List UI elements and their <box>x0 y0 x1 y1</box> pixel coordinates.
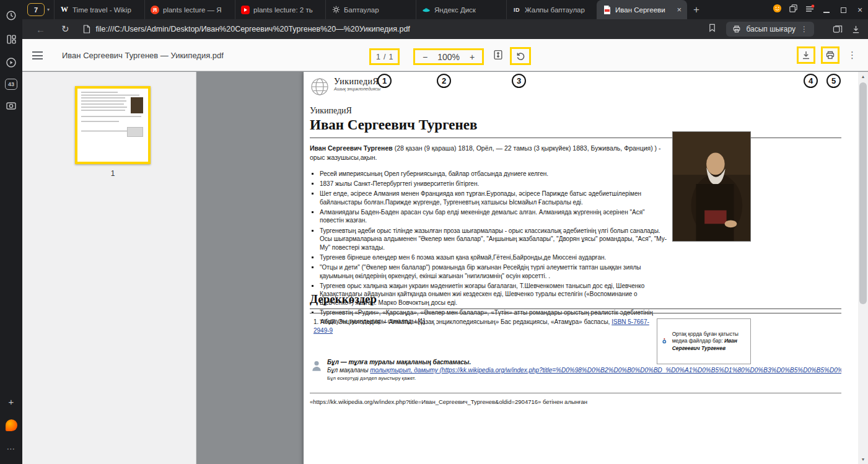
page-indicator-highlighted[interactable]: 1 / 1 <box>369 48 400 65</box>
wikipedia-icon: W <box>60 6 69 14</box>
thumbnail-page-number: 1 <box>75 169 151 178</box>
rotate-icon-highlighted[interactable] <box>510 47 531 65</box>
badge-value: 43 <box>8 81 14 87</box>
site-name-line: УикипедиЯ <box>310 106 352 116</box>
page-current[interactable]: 1 <box>376 53 380 61</box>
thumbnail-image-block <box>131 97 143 113</box>
tab-settings[interactable]: Баптаулар <box>325 0 416 19</box>
back-icon[interactable]: ← <box>36 24 45 35</box>
bookmark-flag-icon[interactable] <box>708 24 716 35</box>
article-bullet: Тургенев бірнеше өлеңдер мен 6 поэма жаз… <box>320 253 668 262</box>
article-bullet: Алманиядағы Баден-Баден арасан суы бар е… <box>320 208 668 225</box>
pdf-toolbar: Иван Сергеевич Тургенев — Уикипедия.pdf … <box>22 39 868 71</box>
rotate-icon <box>515 51 526 61</box>
scrollbar-thumb[interactable] <box>859 82 867 304</box>
stub-notice: Бұл — тұлға туралы мақаланың бастамасы. … <box>310 358 841 382</box>
page-thumbnail[interactable] <box>75 86 151 164</box>
print-options-kebab-icon[interactable]: ⋮ <box>800 25 808 33</box>
history-icon[interactable] <box>4 8 19 23</box>
gear-icon <box>331 6 340 14</box>
reference-item: 1. Абай. Энциклопедия. – Алматы: «Қазақ … <box>313 318 653 335</box>
tab-yandex-disk[interactable]: Яндекс Диск <box>416 0 506 19</box>
browser-side-rail: 43 + ⋯ <box>0 0 22 464</box>
wikipedia-header: УикипедиЯ Ашық энциклопедиясы <box>310 77 380 97</box>
messenger-icon[interactable] <box>4 418 19 432</box>
scroll-up-arrow[interactable]: ▴ <box>858 74 868 79</box>
downloads-icon[interactable] <box>851 25 861 34</box>
zoom-in-button[interactable]: + <box>470 52 475 62</box>
intro-subject-name: Иван Сергеевич Тургенев <box>310 144 393 152</box>
address-bar: ← ↻ file:///C:/Users/Admin/Desktop/Иван%… <box>22 19 868 39</box>
footer-rule <box>310 393 841 393</box>
url-field[interactable]: file:///C:/Users/Admin/Desktop/Иван%20Се… <box>83 25 709 33</box>
tab-label: plants lecture — Я <box>163 6 229 14</box>
vertical-scrollbar[interactable]: ▴ ▾ <box>858 72 868 464</box>
page-total: 1 <box>388 53 393 61</box>
screenshot-icon[interactable] <box>4 98 19 113</box>
download-icon-highlighted[interactable] <box>797 46 815 64</box>
tab-time-travel[interactable]: W Time travel - Wikip <box>54 0 144 19</box>
yandex-icon: Я <box>151 6 159 14</box>
article-bullet: Тургеневтың әдеби орыс тілінде жазылған … <box>320 227 668 252</box>
tabbar-right-controls: × <box>773 0 865 19</box>
video-icon[interactable] <box>4 55 19 70</box>
thumbnail-panel: 1 <box>22 72 196 464</box>
tab-turgenev-pdf[interactable]: Иван Сергееви × <box>597 0 687 19</box>
article-bullet: Шет елде, әсіресе Алмания менен Францияд… <box>320 190 668 206</box>
notifications-icon[interactable] <box>805 4 815 16</box>
tab-counter-button[interactable]: 7 <box>27 3 45 16</box>
tab-bar: 7 ▾ W Time travel - Wikip Я plants lectu… <box>22 0 868 19</box>
id-icon: ID <box>512 6 521 14</box>
pdf-viewer-area[interactable]: УикипедиЯ Ашық энциклопедиясы УикипедиЯ … <box>196 72 858 464</box>
url-text: file:///C:/Users/Admin/Desktop/Иван%20Се… <box>96 25 410 33</box>
article-bullet: Ресей империясының Орел губерниясында, б… <box>320 170 668 178</box>
article-bullet: "Отцы и дети" ("Әкелер мен балалар") ром… <box>320 263 668 280</box>
printer-icon <box>825 50 835 60</box>
wikipedia-globe-icon <box>310 77 330 97</box>
tab-label: Жалпы баптаулар <box>525 6 591 14</box>
scroll-down-arrow[interactable]: ▾ <box>858 457 868 462</box>
rail-more-icon[interactable]: ⋯ <box>4 441 19 456</box>
tab-list-chevron-icon[interactable]: ▾ <box>47 7 50 12</box>
tab-groups-icon[interactable] <box>833 25 843 34</box>
stub-line-3: Бұл ескертуді дәлдеп ауыстыру қажет. <box>327 375 841 382</box>
tab-general-settings[interactable]: ID Жалпы баптаулар <box>506 0 597 19</box>
print-page-button[interactable]: басып шығару ⋮ <box>726 22 814 37</box>
refresh-icon[interactable]: ↻ <box>61 24 69 35</box>
counter-badge[interactable]: 43 <box>5 79 17 90</box>
printer-icon <box>732 25 741 33</box>
print-icon-highlighted[interactable] <box>821 46 840 64</box>
turgenev-portrait-image <box>672 131 751 242</box>
ellipsis-glyph: ⋯ <box>7 444 16 453</box>
page-separator: / <box>384 53 385 61</box>
zoom-out-button[interactable]: − <box>423 52 427 62</box>
more-options-kebab-icon[interactable]: ⋮ <box>845 50 859 61</box>
tab-label: Time travel - Wikip <box>72 6 139 14</box>
menu-icon[interactable] <box>32 51 43 62</box>
download-icon <box>801 50 811 60</box>
reference-text: 1. Абай. Энциклопедия. – Алматы: «Қазақ … <box>313 318 612 325</box>
pdf-file-icon <box>603 6 612 14</box>
window-minimize-button[interactable] <box>822 5 831 15</box>
tab-label: Баптаулар <box>344 6 410 14</box>
yandex-disk-icon <box>422 6 431 14</box>
copy-tabs-icon[interactable] <box>789 4 798 15</box>
expand-article-link[interactable]: толықтырып, дамыту (https://kk.wikipedia… <box>370 367 841 374</box>
tab-plants-lecture-video[interactable]: plants lecture: 2 ть <box>235 0 325 19</box>
window-maximize-button[interactable] <box>838 5 848 15</box>
panels-icon[interactable] <box>4 32 19 46</box>
tab-label: Яндекс Диск <box>434 6 501 14</box>
pdf-filename: Иван Сергеевич Тургенев — Уикипедия.pdf <box>62 51 224 60</box>
new-tab-button[interactable]: + <box>687 4 706 16</box>
retrieved-from-line: «https://kk.wikipedia.org/w/index.php?ti… <box>310 398 587 405</box>
pdf-page: УикипедиЯ Ашық энциклопедиясы УикипедиЯ … <box>304 72 858 464</box>
tab-close-icon[interactable]: × <box>677 5 682 14</box>
profile-avatar[interactable] <box>773 4 782 15</box>
window-close-button[interactable]: × <box>855 5 865 15</box>
fit-to-page-icon[interactable] <box>493 50 503 63</box>
zoom-level[interactable]: 100% <box>437 52 460 62</box>
add-panel-icon[interactable]: + <box>4 394 19 409</box>
tab-plants-lecture-search[interactable]: Я plants lecture — Я <box>144 0 235 19</box>
youtube-icon <box>241 6 250 14</box>
print-button-label: басып шығару <box>746 25 796 33</box>
